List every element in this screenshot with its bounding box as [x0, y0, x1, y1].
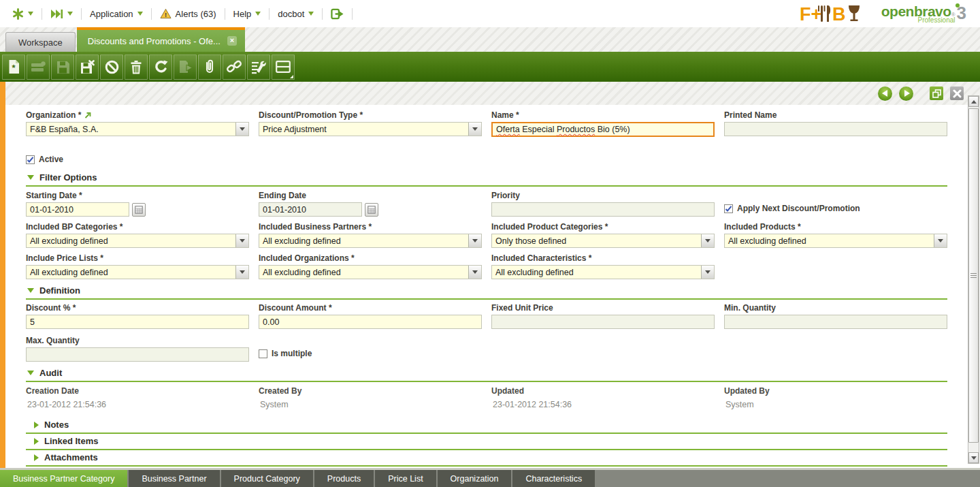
updated-by-value: System [724, 400, 947, 409]
priority-input[interactable] [491, 202, 715, 217]
calendar-button[interactable] [365, 203, 378, 217]
section-linked-items[interactable]: Linked Items [26, 436, 947, 450]
refresh-button[interactable] [149, 54, 172, 80]
promotion-type-label: Discount/Promotion Type * [259, 110, 363, 120]
tools-icon [251, 60, 266, 74]
organization-select[interactable]: F&B España, S.A. [26, 122, 249, 136]
section-notes[interactable]: Notes [26, 420, 947, 434]
field-created-by: Created By System [259, 386, 482, 409]
dropdown-button[interactable] [235, 266, 248, 279]
tab-product-category[interactable]: Product Category [221, 470, 313, 487]
help-menu[interactable]: Help [231, 9, 264, 19]
scrollbar-track[interactable] [968, 107, 979, 452]
included-business-partners-select[interactable]: All excluding defined [259, 234, 482, 248]
scrollbar-thumb[interactable] [968, 108, 979, 443]
tab-price-list[interactable]: Price List [375, 470, 436, 487]
previous-record-button[interactable] [878, 87, 892, 101]
active-checkbox[interactable] [26, 155, 35, 164]
section-audit[interactable]: Audit [26, 368, 947, 382]
printed-name-input[interactable] [724, 122, 947, 136]
save-discard-button[interactable] [76, 54, 99, 80]
calendar-icon [368, 206, 376, 214]
section-definition[interactable]: Definition [26, 285, 947, 300]
vertical-scrollbar[interactable] [968, 95, 979, 464]
expand-icon [34, 422, 39, 428]
updated-value: 23-01-2012 21:54:36 [491, 400, 715, 409]
promotion-type-select[interactable]: Price Adjustment [259, 122, 482, 136]
dropdown-corner-icon [290, 75, 293, 78]
included-product-categories-select[interactable]: Only those defined [491, 234, 715, 248]
field-is-multiple: Is multiple [259, 336, 482, 362]
dropdown-button[interactable] [468, 123, 481, 136]
link-to-record-icon[interactable] [84, 112, 91, 119]
starting-date-input[interactable]: 01-01-2010 [26, 202, 129, 217]
new-document-button[interactable]: * [2, 54, 25, 80]
toolbar: * [0, 52, 980, 82]
included-bp-categories-select[interactable]: All excluding defined [26, 234, 249, 248]
max-quantity-input[interactable] [26, 347, 249, 362]
next-record-button[interactable] [899, 87, 913, 101]
active-view-indicator [0, 82, 5, 468]
discount-amount-input[interactable]: 0.00 [259, 315, 482, 329]
maximize-view-button[interactable] [930, 87, 943, 100]
name-input[interactable]: Oferta Especial Productos Bio (5%) [491, 122, 715, 137]
save-icon [56, 61, 69, 74]
is-multiple-checkbox[interactable] [259, 349, 267, 358]
alerts-menu[interactable]: ! Alerts (63) [157, 8, 219, 19]
view-toggle-icon [276, 61, 291, 73]
application-menu[interactable]: Application [87, 9, 146, 19]
discount-pct-input[interactable]: 5 [26, 315, 249, 329]
included-organizations-select[interactable]: All excluding defined [259, 265, 482, 279]
created-by-label: Created By [259, 386, 482, 396]
section-title: Linked Items [44, 436, 98, 446]
tab-workspace[interactable]: Workspace [5, 32, 76, 52]
tab-organization[interactable]: Organization [438, 470, 512, 487]
chevron-down-icon [938, 239, 943, 242]
dropdown-button[interactable] [701, 266, 714, 279]
arrow-down-icon [971, 456, 977, 460]
tab-products[interactable]: Products [314, 470, 374, 487]
dropdown-button[interactable] [701, 234, 714, 247]
close-view-button[interactable] [950, 87, 964, 100]
ending-date-input[interactable]: 01-01-2010 [259, 202, 362, 217]
section-attachments[interactable]: Attachments [26, 452, 947, 467]
included-products-label: Included Products * [724, 222, 801, 232]
dropdown-button[interactable] [934, 234, 947, 247]
priority-label: Priority [491, 191, 520, 200]
created-by-value: System [259, 400, 482, 409]
user-menu[interactable]: docbot [275, 9, 316, 19]
new-row-icon [31, 61, 46, 74]
dropdown-button[interactable] [468, 234, 481, 247]
cancel-button[interactable] [100, 54, 123, 80]
quick-launch-menu[interactable] [48, 9, 76, 19]
include-price-lists-select[interactable]: All excluding defined [26, 265, 249, 279]
tab-characteristics[interactable]: Characteristics [512, 470, 595, 487]
dropdown-button[interactable] [468, 266, 481, 279]
fixed-unit-price-input[interactable] [491, 315, 715, 329]
calendar-button[interactable] [132, 203, 146, 217]
tools-button[interactable] [247, 54, 270, 80]
scroll-up-button[interactable] [968, 96, 979, 107]
dropdown-button[interactable] [235, 123, 248, 136]
dropdown-button[interactable] [235, 234, 248, 247]
tab-business-partner[interactable]: Business Partner [129, 470, 219, 487]
scroll-down-button[interactable] [968, 452, 979, 463]
included-products-select[interactable]: All excluding defined [724, 234, 947, 248]
export-icon [178, 60, 193, 74]
asterisk-icon [12, 8, 24, 20]
section-filter-options[interactable]: Filter Options [26, 172, 947, 187]
link-button[interactable] [223, 54, 246, 80]
included-characteristics-select[interactable]: All excluding defined [491, 265, 715, 279]
close-icon [953, 89, 962, 98]
delete-button[interactable] [125, 54, 148, 80]
close-tab-icon[interactable]: × [227, 36, 237, 46]
min-quantity-input[interactable] [724, 315, 947, 329]
attachment-button[interactable] [198, 54, 221, 80]
logout-button[interactable] [328, 8, 346, 20]
quick-create-menu[interactable] [10, 8, 36, 20]
included-business-partners-label: Included Business Partners * [259, 222, 372, 232]
tab-business-partner-category[interactable]: Business Partner Category [0, 470, 127, 487]
view-toggle-button[interactable] [272, 54, 295, 80]
apply-next-checkbox[interactable] [724, 204, 733, 213]
tab-discounts-promotions[interactable]: Discounts and Promotions - Ofe... × [77, 27, 245, 52]
